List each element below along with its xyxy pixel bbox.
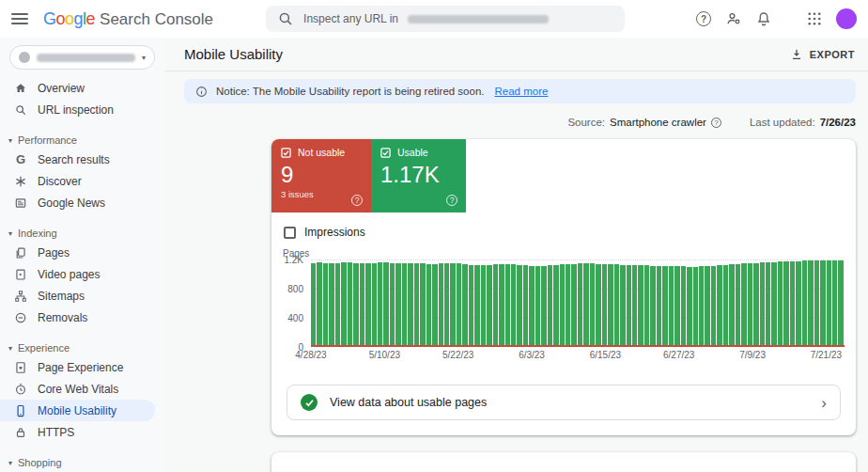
usable-bar [760, 262, 765, 347]
usable-bar [317, 262, 321, 347]
green-check-icon [301, 394, 318, 411]
sidebar-item-core-web-vitals[interactable]: Core Web Vitals [0, 378, 164, 400]
y-ticks: 1.2K8004000 [283, 260, 311, 347]
usable-bar [705, 266, 709, 347]
sidebar-item-discover[interactable]: Discover [0, 170, 164, 192]
unchecked-checkbox-icon[interactable] [284, 227, 296, 239]
help-icon[interactable]: ? [695, 10, 712, 27]
g-letter-icon: G [14, 153, 27, 166]
usable-bar [353, 263, 358, 347]
video-icon [14, 268, 27, 281]
discover-icon [14, 175, 27, 188]
x-tick-label: 7/9/23 [739, 350, 766, 360]
usable-bar [674, 266, 679, 347]
account-settings-icon[interactable] [725, 10, 742, 27]
read-more-link[interactable]: Read more [495, 86, 549, 97]
checked-checkbox-icon[interactable] [380, 148, 391, 158]
nav-section-indexing[interactable]: ▾Indexing [8, 228, 164, 239]
not-usable-tile[interactable]: Not usable 9 3 issues ? [271, 139, 371, 212]
usable-bar [408, 263, 412, 347]
usable-bar [462, 264, 467, 347]
not-usable-label: Not usable [298, 147, 345, 158]
usable-bar [329, 263, 333, 347]
usable-bar [583, 263, 588, 347]
usable-bar [341, 262, 346, 347]
usable-bar [717, 265, 721, 347]
checked-checkbox-icon[interactable] [281, 148, 291, 158]
usable-bar [420, 263, 425, 347]
usable-bar [372, 263, 377, 347]
usable-bar [748, 263, 752, 347]
sidebar-item-google-news[interactable]: Google News [0, 192, 164, 213]
sidebar-item-pages[interactable]: Pages [0, 242, 164, 263]
x-tick-label: 7/21/23 [811, 350, 842, 360]
report-meta: Source: Smartphone crawler ? Last update… [184, 117, 856, 128]
help-question-icon[interactable]: ? [711, 118, 721, 128]
product-name: Search Console [100, 10, 213, 29]
collapse-caret-icon: ▾ [8, 459, 12, 467]
nav-section-shopping[interactable]: ▾Shopping [8, 457, 164, 468]
collapse-caret-icon: ▾ [8, 136, 12, 145]
sidebar-item-page-experience[interactable]: Page Experience [0, 356, 164, 378]
sidebar: ▾ OverviewURL inspection▾PerformanceGSea… [0, 38, 164, 472]
x-tick-label: 5/22/23 [442, 350, 473, 360]
sidebar-item-overview[interactable]: Overview [0, 77, 164, 99]
usable-bar [553, 265, 558, 347]
nav-section-performance[interactable]: ▾Performance [8, 134, 164, 146]
usable-bar [383, 262, 388, 347]
help-question-icon[interactable]: ? [446, 195, 457, 206]
search-label: Inspect any URL in [303, 12, 398, 25]
last-updated-label: Last updated: [750, 117, 815, 128]
property-favicon [19, 52, 30, 63]
sidebar-nav: OverviewURL inspection▾PerformanceGSearc… [0, 77, 164, 468]
mobile-icon [14, 404, 27, 417]
info-icon [195, 86, 208, 98]
sidebar-item-url-inspection[interactable]: URL inspection [0, 99, 164, 120]
y-tick-label: 400 [287, 313, 303, 323]
page-title: Mobile Usability [184, 46, 283, 62]
property-selector[interactable]: ▾ [9, 45, 155, 70]
help-question-icon[interactable]: ? [351, 195, 363, 206]
sidebar-item-mobile-usability[interactable]: Mobile Usability [0, 400, 155, 421]
usable-bar [741, 263, 746, 347]
avatar[interactable] [836, 8, 857, 29]
usable-bar [523, 265, 528, 347]
sidebar-item-removals[interactable]: Removals [0, 307, 164, 328]
pages-icon [14, 246, 27, 260]
sidebar-item-https[interactable]: HTTPS [0, 421, 164, 443]
x-tick-label: 6/27/23 [663, 350, 694, 360]
app-logo[interactable]: Google Search Console [43, 9, 213, 29]
usable-bar [493, 264, 498, 347]
usable-bar [596, 264, 600, 348]
usable-tile[interactable]: Usable 1.17K ? [371, 139, 466, 212]
chevron-down-icon: ▾ [142, 54, 146, 62]
notifications-bell-icon[interactable] [755, 10, 772, 27]
usable-bar [402, 263, 407, 347]
sidebar-item-sitemaps[interactable]: Sitemaps [0, 285, 164, 307]
menu-icon[interactable] [11, 13, 28, 24]
google-apps-grid-icon[interactable] [806, 10, 823, 27]
url-inspect-search-input[interactable]: Inspect any URL in [266, 6, 625, 32]
usable-bar [614, 264, 619, 347]
usable-bar [802, 260, 807, 347]
usable-bar [535, 266, 540, 347]
usable-bar [444, 263, 449, 347]
download-icon [790, 48, 803, 61]
sidebar-item-search-results[interactable]: GSearch results [0, 149, 164, 170]
usable-bar [602, 264, 607, 347]
view-usable-pages-row[interactable]: View data about usable pages › [287, 385, 841, 420]
core-web-vitals-icon [14, 383, 27, 396]
summary-tiles: Not usable 9 3 issues ? Usable [271, 139, 856, 212]
usable-bar [723, 265, 728, 347]
usable-bar [439, 263, 443, 347]
usable-bar [499, 264, 504, 347]
usable-bar [505, 264, 510, 347]
next-card [271, 452, 856, 472]
plot-area[interactable] [311, 260, 845, 347]
nav-section-experience[interactable]: ▾Experience [8, 342, 164, 354]
x-tick-label: 6/15/23 [590, 350, 621, 360]
sidebar-item-video-pages[interactable]: Video pages [0, 263, 164, 285]
usable-bar [644, 265, 649, 347]
export-button[interactable]: EXPORT [790, 48, 855, 61]
impressions-toggle[interactable]: Impressions [284, 226, 856, 239]
